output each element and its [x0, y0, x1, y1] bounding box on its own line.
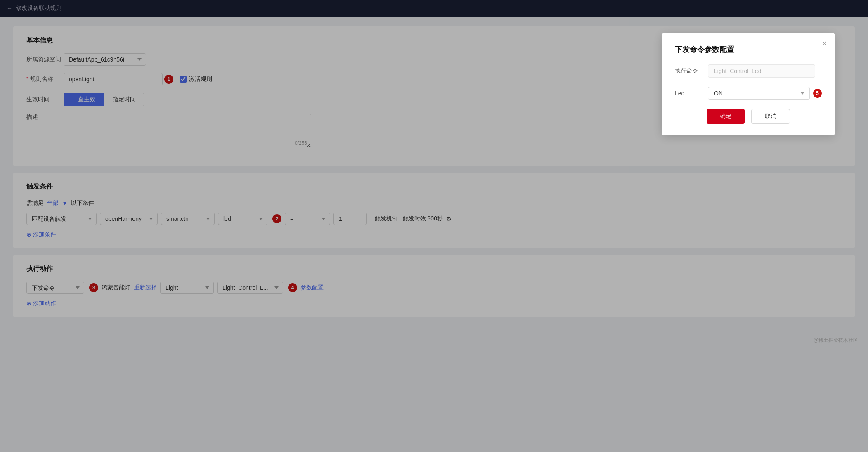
modal-led-label: Led — [675, 90, 708, 97]
modal-close-button[interactable]: × — [822, 40, 827, 47]
annotation-badge-5: 5 — [813, 89, 822, 98]
modal-led-row: Led ON OFF 5 — [675, 87, 822, 100]
modal-command-label: 执行命令 — [675, 67, 708, 75]
modal-led-select[interactable]: ON OFF — [708, 87, 810, 100]
modal-title: 下发命令参数配置 — [675, 45, 822, 54]
modal-command-value: Light_Control_Led — [708, 64, 815, 78]
modal-overlay: 下发命令参数配置 × 执行命令 Light_Control_Led Led ON… — [0, 0, 868, 452]
cancel-button[interactable]: 取消 — [751, 109, 790, 124]
modal-dialog: 下发命令参数配置 × 执行命令 Light_Control_Led Led ON… — [662, 33, 835, 135]
modal-actions: 确定 取消 — [675, 109, 822, 124]
confirm-button[interactable]: 确定 — [707, 109, 745, 124]
modal-command-row: 执行命令 Light_Control_Led — [675, 64, 822, 78]
